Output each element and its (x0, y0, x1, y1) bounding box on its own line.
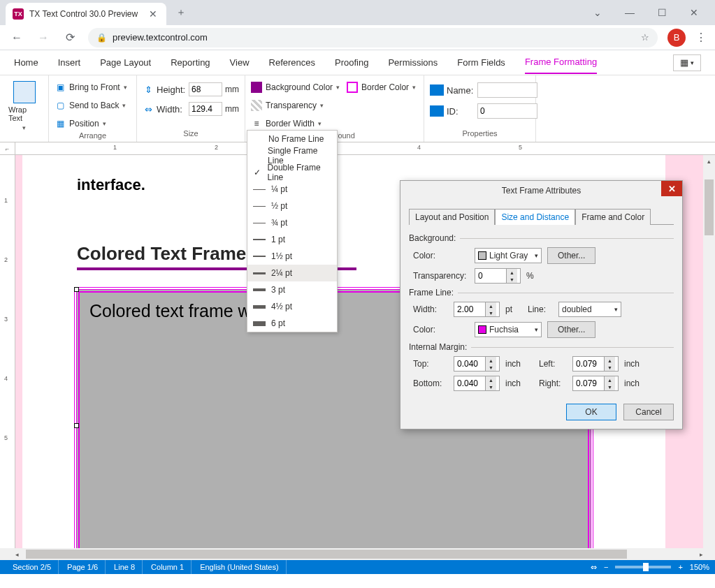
transparency-spinner[interactable]: ▲▼ (475, 268, 521, 284)
tab-size-distance[interactable]: Size and Distance (495, 209, 575, 225)
text-frame-attributes-dialog: Text Frame Attributes ✕ Layout and Posit… (400, 180, 683, 429)
ok-button[interactable]: OK (566, 404, 616, 420)
dialog-titlebar[interactable]: Text Frame Attributes ✕ (400, 181, 682, 200)
profile-avatar[interactable]: B (667, 29, 686, 47)
group-properties-label: Properties (430, 129, 530, 139)
tab-form-fields[interactable]: Form Fields (457, 52, 505, 73)
fit-width-icon[interactable]: ⇔ (591, 563, 597, 572)
margin-right-spinner[interactable]: ▲▼ (572, 376, 619, 391)
position-icon: ▦ (55, 118, 66, 129)
menu-item-1pt[interactable]: 1 pt (247, 231, 337, 248)
height-input[interactable] (189, 82, 222, 96)
border-color-button[interactable]: Border Color ▾ (347, 80, 416, 95)
margin-bottom-spinner[interactable]: ▲▼ (454, 376, 500, 391)
menu-item-half-pt[interactable]: ½ pt (247, 198, 337, 214)
tab-permissions[interactable]: Permissions (388, 52, 438, 73)
cancel-button[interactable]: Cancel (623, 404, 674, 420)
resize-handle[interactable] (74, 423, 79, 428)
browser-tab[interactable]: TX TX Text Control 30.0 Preview ✕ (6, 3, 166, 25)
maximize-icon[interactable]: ☐ (653, 4, 670, 21)
transparency-icon (251, 100, 262, 111)
margin-top-spinner[interactable]: ▲▼ (454, 356, 500, 372)
zoom-out-icon[interactable]: − (604, 563, 608, 571)
group-size-label: Size (143, 129, 239, 139)
name-input[interactable] (477, 82, 537, 98)
ruler-corner[interactable]: ⌐ (0, 142, 15, 154)
menu-item-1-half-pt[interactable]: 1½ pt (247, 248, 337, 265)
tab-insert[interactable]: Insert (58, 52, 81, 73)
tab-reporting[interactable]: Reporting (171, 52, 210, 73)
menu-item-quarter-pt[interactable]: ¼ pt (247, 181, 337, 198)
url-box[interactable]: 🔒 preview.textcontrol.com ☆ (88, 28, 658, 47)
resize-handle[interactable] (74, 287, 79, 292)
menu-item-three-quarter-pt[interactable]: ¾ pt (247, 214, 337, 231)
line-style-combo[interactable]: doubled▾ (558, 302, 621, 317)
status-language[interactable]: English (United States) (193, 560, 287, 574)
transparency-button[interactable]: Transparency ▾ (251, 98, 340, 113)
tab-view[interactable]: View (230, 52, 250, 73)
reload-icon[interactable]: ⟳ (62, 29, 78, 46)
ribbon-options-button[interactable]: ▦ ▾ (673, 54, 701, 71)
status-page[interactable]: Page 1/6 (60, 560, 106, 574)
menu-item-4-half-pt[interactable]: 4½ pt (247, 298, 337, 315)
forward-icon[interactable]: → (35, 29, 52, 46)
scroll-up-icon[interactable]: ▴ (703, 155, 715, 167)
status-column[interactable]: Column 1 (144, 560, 192, 574)
tab-page-layout[interactable]: Page Layout (100, 52, 151, 73)
internal-margin-section-label: Internal Margin: (409, 342, 674, 352)
frame-color-combo[interactable]: Fuchsia▾ (475, 322, 542, 337)
tab-references[interactable]: References (269, 52, 315, 73)
margin-left-spinner[interactable]: ▲▼ (572, 356, 619, 372)
status-section[interactable]: Section 2/5 (6, 560, 59, 574)
frame-width-spinner[interactable]: ▲▼ (454, 302, 500, 317)
zoom-in-icon[interactable]: + (678, 563, 682, 571)
close-tab-icon[interactable]: ✕ (147, 8, 159, 20)
other-frame-color-button[interactable]: Other... (547, 321, 595, 338)
background-section-label: Background: (409, 233, 674, 243)
menu-item-double-frame[interactable]: ✓Double Frame Line (247, 164, 337, 181)
width-field: ⇔ Width: mm (143, 102, 242, 116)
dialog-tabs: Layout and Position Size and Distance Fr… (409, 209, 674, 225)
close-window-icon[interactable]: ✕ (686, 4, 702, 21)
bring-front-icon: ▣ (55, 82, 66, 93)
new-tab-button[interactable]: ＋ (175, 6, 187, 19)
border-width-button[interactable]: ≡Border Width ▾ (251, 116, 340, 131)
menu-item-6pt[interactable]: 6 pt (247, 315, 337, 332)
scrollbar-horizontal[interactable]: ◂ ▸ (0, 548, 715, 560)
minimize-icon[interactable]: — (621, 4, 638, 21)
bookmark-icon[interactable]: ☆ (641, 32, 649, 43)
menu-item-single-frame[interactable]: Single Frame Line (247, 147, 337, 164)
ruler-vertical: 1 2 3 4 5 (0, 155, 15, 574)
name-icon (430, 84, 444, 96)
zoom-level[interactable]: 150% (690, 563, 709, 571)
chevron-down-icon: ▾ (22, 124, 26, 131)
menu-item-3pt[interactable]: 3 pt (247, 281, 337, 298)
chevron-down-icon[interactable]: ⌄ (589, 4, 606, 21)
menu-item-no-frame[interactable]: No Frame Line (247, 131, 337, 147)
position-button[interactable]: ▦Position ▾ (55, 116, 127, 131)
menu-item-2-quarter-pt[interactable]: 2¼ pt (247, 265, 337, 281)
dialog-close-button[interactable]: ✕ (661, 181, 682, 196)
tab-proofing[interactable]: Proofing (335, 52, 368, 73)
wrap-text-button[interactable]: Wrap Text ▾ (6, 78, 43, 138)
tab-frame-formatting[interactable]: Frame Formatting (525, 51, 597, 74)
id-input[interactable] (477, 103, 537, 119)
status-line[interactable]: Line 8 (107, 560, 143, 574)
back-icon[interactable]: ← (8, 29, 25, 46)
bring-to-front-button[interactable]: ▣Bring to Front ▾ (55, 80, 127, 95)
tab-home[interactable]: Home (14, 52, 38, 73)
scroll-thumb[interactable] (26, 550, 627, 559)
background-color-button[interactable]: Background Color ▾ (251, 80, 340, 95)
zoom-slider[interactable] (615, 566, 671, 568)
scrollbar-vertical[interactable]: ▴ ▾ (703, 155, 715, 574)
tab-layout-position[interactable]: Layout and Position (409, 209, 495, 225)
bg-color-combo[interactable]: Light Gray▾ (475, 248, 542, 263)
tab-frame-color[interactable]: Frame and Color (575, 209, 651, 225)
width-input[interactable] (189, 102, 222, 116)
bg-color-icon (251, 82, 262, 93)
send-to-back-button[interactable]: ▢Send to Back ▾ (55, 98, 127, 113)
other-bg-color-button[interactable]: Other... (547, 247, 595, 264)
scroll-thumb[interactable] (705, 179, 714, 235)
width-icon: ⇔ (143, 103, 154, 115)
browser-menu-icon[interactable]: ⋮ (695, 31, 707, 44)
